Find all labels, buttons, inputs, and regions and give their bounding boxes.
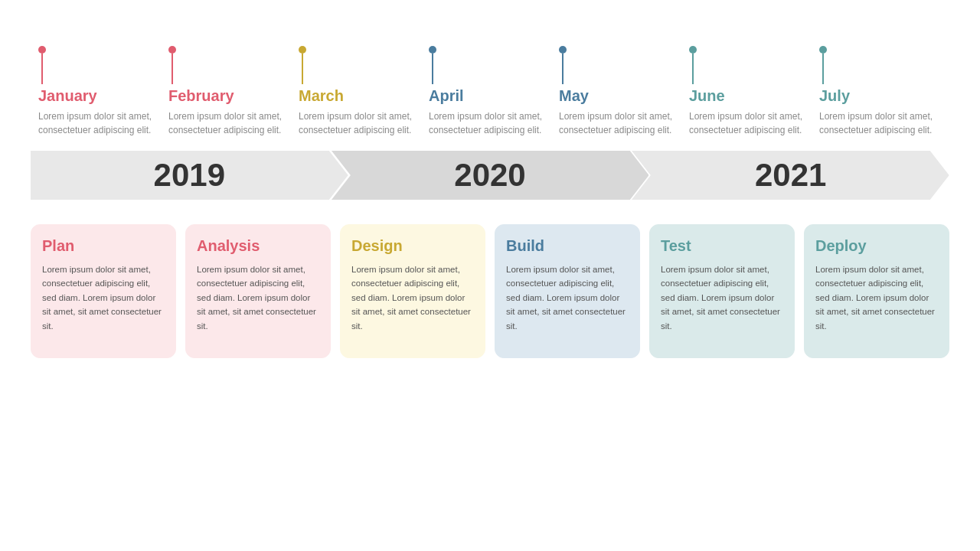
month-item-february: February Lorem ipsum dolor sit amet, con… [168, 46, 291, 137]
upper-section: January Lorem ipsum dolor sit amet, cons… [31, 46, 949, 137]
month-text-may: Lorem ipsum dolor sit amet, consectetuer… [559, 109, 681, 137]
vert-line-may [562, 54, 564, 84]
vert-line-january [41, 54, 43, 84]
month-text-july: Lorem ipsum dolor sit amet, consectetuer… [819, 109, 942, 137]
dot-july [819, 46, 827, 54]
month-text-february: Lorem ipsum dolor sit amet, consectetuer… [168, 109, 291, 137]
card-text-test: Lorem ipsum dolor sit amet, consectetuer… [661, 262, 783, 333]
card-text-deploy: Lorem ipsum dolor sit amet, consectetuer… [815, 262, 938, 333]
dot-line-may [559, 46, 567, 84]
month-label-april: April [429, 87, 464, 105]
month-label-march: March [299, 87, 344, 105]
month-item-june: June Lorem ipsum dolor sit amet, consect… [689, 46, 812, 137]
card-plan: Plan Lorem ipsum dolor sit amet, consect… [31, 224, 176, 358]
vert-line-march [302, 54, 303, 84]
year-segment-2021: 2021 [632, 151, 949, 200]
card-design: Design Lorem ipsum dolor sit amet, conse… [340, 224, 485, 358]
year-label-2021: 2021 [755, 157, 826, 194]
dot-june [689, 46, 697, 54]
card-title-deploy: Deploy [815, 237, 938, 255]
year-label-2019: 2019 [154, 157, 225, 194]
card-test: Test Lorem ipsum dolor sit amet, consect… [649, 224, 795, 358]
dot-january [38, 46, 46, 54]
card-deploy: Deploy Lorem ipsum dolor sit amet, conse… [804, 224, 949, 358]
dot-april [429, 46, 436, 54]
dot-line-january [38, 46, 46, 84]
year-segment-2020: 2020 [332, 151, 649, 200]
month-label-june: June [689, 87, 725, 105]
vert-line-april [432, 54, 433, 84]
month-label-january: January [38, 87, 97, 105]
year-segment-2019: 2019 [31, 151, 348, 200]
month-item-may: May Lorem ipsum dolor sit amet, consecte… [559, 46, 681, 137]
month-label-july: July [819, 87, 850, 105]
dot-line-june [689, 46, 697, 84]
cards-row: Plan Lorem ipsum dolor sit amet, consect… [31, 224, 949, 358]
card-text-design: Lorem ipsum dolor sit amet, consectetuer… [351, 262, 474, 333]
month-item-march: March Lorem ipsum dolor sit amet, consec… [299, 46, 421, 137]
card-title-test: Test [661, 237, 783, 255]
month-item-july: July Lorem ipsum dolor sit amet, consect… [819, 46, 942, 137]
vert-line-june [692, 54, 694, 84]
dot-may [559, 46, 567, 54]
arrow-banner: 2019 2020 2021 [31, 145, 949, 206]
card-text-analysis: Lorem ipsum dolor sit amet, consectetuer… [197, 262, 319, 333]
dot-line-april [429, 46, 436, 84]
card-title-design: Design [351, 237, 474, 255]
months-row: January Lorem ipsum dolor sit amet, cons… [31, 46, 949, 137]
month-label-may: May [559, 87, 589, 105]
year-label-2020: 2020 [454, 157, 525, 194]
month-text-april: Lorem ipsum dolor sit amet, consectetuer… [429, 109, 551, 137]
month-label-february: February [168, 87, 234, 105]
card-title-build: Build [506, 237, 629, 255]
vert-line-february [172, 54, 173, 84]
month-item-april: April Lorem ipsum dolor sit amet, consec… [429, 46, 551, 137]
dot-line-march [299, 46, 306, 84]
month-text-june: Lorem ipsum dolor sit amet, consectetuer… [689, 109, 812, 137]
dot-february [168, 46, 176, 54]
card-text-build: Lorem ipsum dolor sit amet, consectetuer… [506, 262, 629, 333]
card-build: Build Lorem ipsum dolor sit amet, consec… [495, 224, 640, 358]
card-text-plan: Lorem ipsum dolor sit amet, consectetuer… [42, 262, 165, 333]
card-analysis: Analysis Lorem ipsum dolor sit amet, con… [185, 224, 331, 358]
vert-line-july [822, 54, 824, 84]
dot-line-july [819, 46, 827, 84]
month-text-march: Lorem ipsum dolor sit amet, consectetuer… [299, 109, 421, 137]
month-text-january: Lorem ipsum dolor sit amet, consectetuer… [38, 109, 161, 137]
month-item-january: January Lorem ipsum dolor sit amet, cons… [38, 46, 161, 137]
dot-line-february [168, 46, 176, 84]
card-title-analysis: Analysis [197, 237, 319, 255]
card-title-plan: Plan [42, 237, 165, 255]
dot-march [299, 46, 306, 54]
